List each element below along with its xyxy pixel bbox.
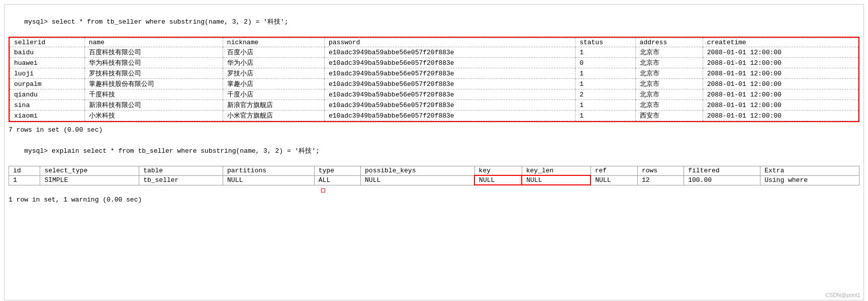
query-prompt-2: mysql> explain select * from tb_seller w… bbox=[9, 139, 859, 163]
table-cell: 2088-01-01 12:00:00 bbox=[703, 58, 858, 68]
explain-header-row: id select_type table partitions type pos… bbox=[9, 166, 859, 176]
explain-cell: 100.00 bbox=[684, 175, 760, 185]
explain-cell: 12 bbox=[637, 175, 684, 185]
col-status: status bbox=[575, 38, 635, 47]
exp-col-extra: Extra bbox=[760, 166, 859, 176]
exp-col-possible-keys: possible_keys bbox=[361, 166, 475, 176]
table-cell: qiandu bbox=[10, 89, 85, 100]
table-row: sina新浪科技有限公司新浪官方旗舰店e10adc3949ba59abbe56e… bbox=[10, 100, 858, 111]
table-cell: 2088-01-01 12:00:00 bbox=[703, 111, 858, 121]
table-cell: e10adc3949ba59abbe56e057f20f883e bbox=[325, 79, 575, 89]
table-cell: 掌趣小店 bbox=[223, 79, 324, 89]
explain-table: id select_type table partitions type pos… bbox=[9, 166, 859, 185]
explain-cell: SIMPLE bbox=[40, 175, 139, 185]
table-cell: xiaomi bbox=[10, 111, 85, 121]
exp-col-key-len: key_len bbox=[522, 166, 591, 176]
table-cell: 新浪科技有限公司 bbox=[84, 100, 223, 111]
table-cell: luoji bbox=[10, 68, 85, 79]
table-cell: 0 bbox=[575, 58, 635, 68]
explain-cell: ALL bbox=[314, 175, 360, 185]
exp-col-table: table bbox=[139, 166, 223, 176]
table-cell: 2088-01-01 12:00:00 bbox=[703, 89, 858, 100]
col-address: address bbox=[635, 38, 703, 47]
exp-col-filtered: filtered bbox=[684, 166, 760, 176]
terminal-window: mysql> select * from tb_seller where sub… bbox=[4, 4, 864, 300]
col-password: password bbox=[325, 38, 575, 47]
col-name: name bbox=[84, 38, 223, 47]
table-cell: 新浪官方旗舰店 bbox=[223, 100, 324, 111]
table-cell: 百度小店 bbox=[223, 47, 324, 58]
exp-col-id: id bbox=[9, 166, 40, 176]
table-cell: 2 bbox=[575, 89, 635, 100]
table-cell: e10adc3949ba59abbe56e057f20f883e bbox=[325, 89, 575, 100]
table-cell: huawei bbox=[10, 58, 85, 68]
table-cell: 2088-01-01 12:00:00 bbox=[703, 100, 858, 111]
explain-row: 1SIMPLEtb_sellerNULLALLNULLNULLNULLNULL1… bbox=[9, 175, 859, 185]
table-cell: 北京市 bbox=[635, 58, 703, 68]
table-cell: 北京市 bbox=[635, 79, 703, 89]
table-cell: 1 bbox=[575, 68, 635, 79]
result-box-1: sellerid name nickname password status a… bbox=[9, 37, 859, 122]
col-nickname: nickname bbox=[223, 38, 324, 47]
exp-col-ref: ref bbox=[591, 166, 637, 176]
table-cell: 掌趣科技股份有限公司 bbox=[84, 79, 223, 89]
table-cell: 西安市 bbox=[635, 111, 703, 121]
table-row: luoji罗技科技有限公司罗技小店e10adc3949ba59abbe56e05… bbox=[10, 68, 858, 79]
rows-info-2: 1 row in set, 1 warning (0.00 sec) bbox=[9, 196, 859, 204]
explain-cell: tb_seller bbox=[139, 175, 223, 185]
rows-info-1: 7 rows in set (0.00 sec) bbox=[9, 126, 859, 134]
exp-col-select-type: select_type bbox=[40, 166, 139, 176]
table-cell: e10adc3949ba59abbe56e057f20f883e bbox=[325, 47, 575, 58]
table-cell: 百度科技有限公司 bbox=[84, 47, 223, 58]
table-cell: 千度小店 bbox=[223, 89, 324, 100]
table-row: huawei华为科技有限公司华为小店e10adc3949ba59abbe56e0… bbox=[10, 58, 858, 68]
exp-col-rows: rows bbox=[637, 166, 684, 176]
explain-cell: Using where bbox=[760, 175, 859, 185]
table-cell: 2088-01-01 12:00:00 bbox=[703, 79, 858, 89]
exp-col-type: type bbox=[314, 166, 360, 176]
table-row: baidu百度科技有限公司百度小店e10adc3949ba59abbe56e05… bbox=[10, 47, 858, 58]
table-cell: 1 bbox=[575, 47, 635, 58]
explain-cell: NULL bbox=[223, 175, 315, 185]
col-createtime: createtime bbox=[703, 38, 858, 47]
table-cell: ourpalm bbox=[10, 79, 85, 89]
table-cell: e10adc3949ba59abbe56e057f20f883e bbox=[325, 58, 575, 68]
table-cell: 1 bbox=[575, 111, 635, 121]
table-cell: e10adc3949ba59abbe56e057f20f883e bbox=[325, 68, 575, 79]
table-cell: 小米科技 bbox=[84, 111, 223, 121]
explain-cell: NULL bbox=[522, 175, 591, 185]
col-sellerid: sellerid bbox=[10, 38, 85, 47]
table-cell: 北京市 bbox=[635, 68, 703, 79]
table-cell: 千度科技 bbox=[84, 89, 223, 100]
table-cell: 1 bbox=[575, 100, 635, 111]
table-row: ourpalm掌趣科技股份有限公司掌趣小店e10adc3949ba59abbe5… bbox=[10, 79, 858, 89]
table-cell: sina bbox=[10, 100, 85, 111]
table-cell: 1 bbox=[575, 79, 635, 89]
table-cell: 北京市 bbox=[635, 47, 703, 58]
table-cell: e10adc3949ba59abbe56e057f20f883e bbox=[325, 111, 575, 121]
explain-cell: 1 bbox=[9, 175, 40, 185]
table-cell: 北京市 bbox=[635, 100, 703, 111]
result-table-1: sellerid name nickname password status a… bbox=[10, 38, 858, 121]
table-row: xiaomi小米科技小米官方旗舰店e10adc3949ba59abbe56e05… bbox=[10, 111, 858, 121]
red-square-indicator bbox=[321, 188, 325, 192]
query-prompt-1: mysql> select * from tb_seller where sub… bbox=[9, 10, 859, 34]
exp-col-key: key bbox=[474, 166, 522, 176]
table-cell: 华为科技有限公司 bbox=[84, 58, 223, 68]
table-cell: baidu bbox=[10, 47, 85, 58]
table-cell: 2088-01-01 12:00:00 bbox=[703, 68, 858, 79]
explain-cell: NULL bbox=[474, 175, 522, 185]
explain-cell: NULL bbox=[361, 175, 475, 185]
cursor-area bbox=[320, 186, 859, 194]
table-header-row: sellerid name nickname password status a… bbox=[10, 38, 858, 47]
table-row: qiandu千度科技千度小店e10adc3949ba59abbe56e057f2… bbox=[10, 89, 858, 100]
watermark: CSDN@print1 bbox=[825, 292, 860, 298]
table-cell: 小米官方旗舰店 bbox=[223, 111, 324, 121]
table-cell: 2088-01-01 12:00:00 bbox=[703, 47, 858, 58]
table-cell: 罗技科技有限公司 bbox=[84, 68, 223, 79]
table-cell: 华为小店 bbox=[223, 58, 324, 68]
table-cell: e10adc3949ba59abbe56e057f20f883e bbox=[325, 100, 575, 111]
exp-col-partitions: partitions bbox=[223, 166, 315, 176]
table-cell: 罗技小店 bbox=[223, 68, 324, 79]
table-cell: 北京市 bbox=[635, 89, 703, 100]
